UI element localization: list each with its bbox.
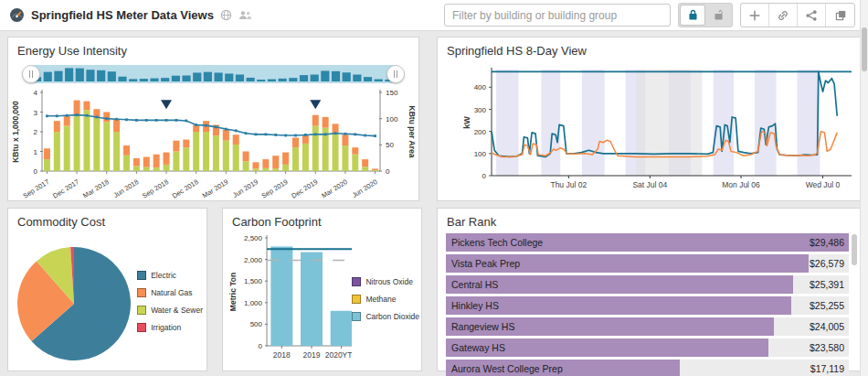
- copy-icon: [834, 9, 847, 22]
- rank-value: $29,486: [810, 233, 844, 252]
- legend-item[interactable]: Carbon Dioxide: [352, 312, 419, 321]
- legend-swatch: [137, 288, 146, 297]
- svg-text:2019: 2019: [303, 350, 321, 360]
- svg-text:Jun 2019: Jun 2019: [231, 177, 259, 199]
- panel-carbon-footprint: Carbon Footprint 05001,0001,5002,0002,50…: [222, 208, 422, 371]
- panel-title: Energy Use Intensity: [8, 38, 418, 59]
- rank-building-name: Gateway HS: [451, 338, 505, 357]
- unlock-button[interactable]: [706, 5, 730, 25]
- lock-closed-icon: [687, 9, 699, 21]
- rank-building-name: Hinkley HS: [451, 296, 499, 315]
- svg-text:2018: 2018: [273, 350, 291, 360]
- legend-swatch: [352, 295, 361, 304]
- eui-range-navigator[interactable]: [32, 64, 395, 84]
- range-handle-right[interactable]: [386, 65, 405, 83]
- users-icon: [238, 9, 252, 21]
- svg-text:1,000: 1,000: [244, 299, 263, 307]
- bar-rank-list: Pickens Tech College$29,486Vista Peak Pr…: [446, 233, 849, 376]
- svg-text:0: 0: [34, 167, 38, 176]
- carbon-footprint-bar-chart: 05001,0001,5002,0002,500Metric Ton201820…: [225, 231, 352, 368]
- svg-text:KBtu per Area: KBtu per Area: [408, 106, 417, 158]
- legend-item[interactable]: Water & Sewer: [137, 306, 203, 315]
- copy-dashboard-button[interactable]: [826, 4, 854, 27]
- svg-text:3: 3: [34, 109, 38, 117]
- link-button[interactable]: [769, 4, 798, 27]
- pie-legend: ElectricNatural GasWater & SewerIrrigati…: [137, 271, 203, 332]
- legend-item[interactable]: Electric: [137, 271, 203, 280]
- svg-text:150: 150: [386, 89, 398, 97]
- legend-item[interactable]: Natural Gas: [137, 288, 203, 297]
- panel-commodity-cost: Commodity Cost ElectricNatural GasWater …: [7, 208, 207, 371]
- top-header-bar: Springfield HS Meter Data Views: [0, 0, 868, 31]
- svg-text:4: 4: [34, 89, 38, 97]
- legend-label: Irrigation: [151, 323, 181, 332]
- svg-text:2,000: 2,000: [244, 256, 263, 264]
- carbon-legend: Nitrous OxideMethaneCarbon Dioxide: [352, 277, 419, 321]
- dashboard-title: Springfield HS Meter Data Views: [31, 8, 214, 22]
- svg-text:Mar 2019: Mar 2019: [201, 177, 230, 199]
- svg-text:2,500: 2,500: [244, 234, 263, 242]
- legend-label: Water & Sewer: [151, 306, 203, 315]
- svg-text:Mar 2020: Mar 2020: [320, 177, 349, 199]
- panel-title: Commodity Cost: [8, 209, 206, 231]
- svg-text:Jun 2020: Jun 2020: [351, 177, 379, 199]
- bar-rank-row[interactable]: Central HS$25,391: [446, 275, 849, 294]
- svg-text:Mon Jul 06: Mon Jul 06: [722, 180, 760, 189]
- bar-rank-row[interactable]: Aurora West College Prep$17,119: [446, 360, 849, 376]
- legend-label: Electric: [151, 271, 176, 280]
- svg-text:Metric Ton: Metric Ton: [228, 273, 238, 311]
- lock-button[interactable]: [681, 5, 704, 25]
- svg-text:2: 2: [34, 128, 38, 136]
- add-panel-button[interactable]: [741, 4, 769, 27]
- svg-text:Dec 2018: Dec 2018: [171, 177, 200, 200]
- lock-open-icon: [713, 9, 725, 21]
- legend-item[interactable]: Nitrous Oxide: [352, 277, 419, 286]
- range-handle-left[interactable]: [22, 65, 40, 83]
- svg-text:Mar 2018: Mar 2018: [81, 177, 111, 199]
- svg-text:kW: kW: [462, 116, 471, 129]
- dashboard-app: Springfield HS Meter Data Views: [0, 0, 868, 376]
- legend-swatch: [352, 277, 361, 286]
- panel-bar-rank: Bar Rank Pickens Tech College$29,486Vist…: [437, 208, 861, 371]
- rank-value: $23,580: [810, 338, 844, 357]
- svg-text:Dec 2017: Dec 2017: [51, 177, 80, 200]
- svg-text:50: 50: [386, 141, 394, 149]
- svg-text:200: 200: [474, 128, 487, 136]
- legend-label: Methane: [365, 295, 396, 304]
- svg-text:0: 0: [482, 172, 487, 180]
- svg-text:Wed Jul 0: Wed Jul 0: [806, 180, 841, 189]
- legend-label: Carbon Dioxide: [365, 312, 419, 321]
- svg-text:Dec 2019: Dec 2019: [290, 177, 319, 200]
- page-scrollbar[interactable]: [860, 0, 868, 376]
- bar-rank-row[interactable]: Hinkley HS$25,255: [446, 296, 849, 315]
- eight-day-kw-line-chart: 0100200300400kWThu Jul 02Sat Jul 04Mon J…: [439, 60, 859, 199]
- svg-text:400: 400: [474, 83, 487, 91]
- building-filter-input[interactable]: [444, 4, 671, 27]
- plus-icon: [748, 9, 761, 22]
- share-icon: [805, 9, 818, 22]
- legend-swatch: [137, 306, 146, 315]
- rank-value: $24,005: [810, 317, 844, 336]
- rank-scrollbar-thumb[interactable]: [852, 234, 857, 265]
- legend-item[interactable]: Irrigation: [137, 323, 203, 332]
- rank-building-name: Rangeview HS: [451, 317, 514, 336]
- svg-text:Sep 2019: Sep 2019: [260, 177, 290, 200]
- page-scrollbar-thumb[interactable]: [862, 27, 867, 71]
- rank-value: $25,391: [810, 275, 844, 294]
- panel-title: Bar Rank: [438, 209, 860, 231]
- rank-building-name: Central HS: [451, 275, 498, 294]
- legend-item[interactable]: Methane: [352, 295, 419, 304]
- bar-rank-row[interactable]: Gateway HS$23,580: [446, 338, 849, 357]
- rank-building-name: Aurora West College Prep: [451, 360, 563, 376]
- svg-text:1,500: 1,500: [244, 277, 263, 285]
- rank-value: $17,119: [810, 360, 844, 376]
- legend-label: Natural Gas: [151, 288, 192, 297]
- rank-value: $25,255: [810, 296, 844, 315]
- bar-rank-row[interactable]: Rangeview HS$24,005: [446, 317, 849, 336]
- share-button[interactable]: [798, 4, 826, 27]
- svg-text:Jun 2018: Jun 2018: [111, 177, 140, 199]
- link-icon: [777, 9, 789, 22]
- bar-rank-row[interactable]: Vista Peak Prep$26,579: [446, 254, 849, 273]
- bar-rank-row[interactable]: Pickens Tech College$29,486: [446, 233, 849, 252]
- commodity-cost-pie: [12, 234, 137, 368]
